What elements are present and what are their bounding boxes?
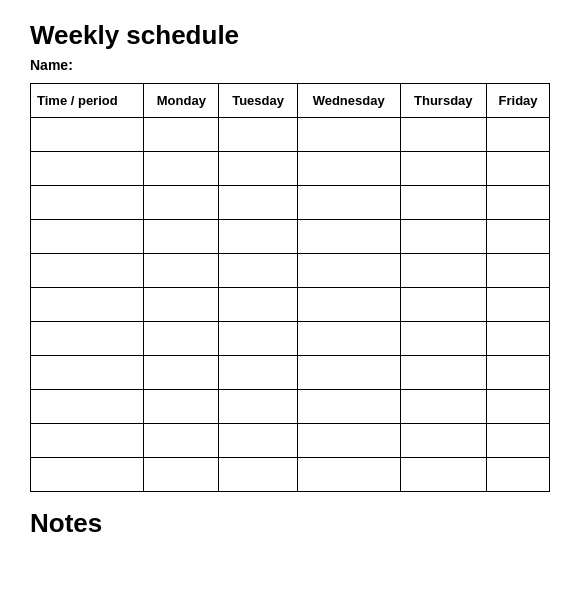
col-header-wednesday: Wednesday (297, 84, 400, 118)
col-header-friday: Friday (487, 84, 550, 118)
table-cell[interactable] (487, 152, 550, 186)
table-cell[interactable] (400, 118, 486, 152)
table-cell[interactable] (487, 118, 550, 152)
table-cell[interactable] (297, 220, 400, 254)
table-cell[interactable] (144, 390, 219, 424)
table-cell[interactable] (219, 424, 297, 458)
table-cell[interactable] (144, 152, 219, 186)
table-row[interactable] (31, 152, 550, 186)
table-cell[interactable] (487, 458, 550, 492)
table-cell[interactable] (31, 186, 144, 220)
table-cell[interactable] (31, 220, 144, 254)
table-cell[interactable] (219, 254, 297, 288)
table-cell[interactable] (400, 220, 486, 254)
table-cell[interactable] (297, 288, 400, 322)
table-cell[interactable] (487, 254, 550, 288)
table-cell[interactable] (219, 458, 297, 492)
table-cell[interactable] (144, 458, 219, 492)
table-cell[interactable] (487, 288, 550, 322)
table-row[interactable] (31, 390, 550, 424)
table-cell[interactable] (297, 254, 400, 288)
col-header-monday: Monday (144, 84, 219, 118)
table-cell[interactable] (297, 390, 400, 424)
table-row[interactable] (31, 220, 550, 254)
page-title: Weekly schedule (30, 20, 550, 51)
table-cell[interactable] (219, 322, 297, 356)
table-cell[interactable] (31, 322, 144, 356)
table-cell[interactable] (487, 356, 550, 390)
table-row[interactable] (31, 186, 550, 220)
table-cell[interactable] (297, 356, 400, 390)
table-cell[interactable] (31, 424, 144, 458)
table-cell[interactable] (219, 118, 297, 152)
table-cell[interactable] (31, 152, 144, 186)
table-cell[interactable] (219, 288, 297, 322)
notes-title: Notes (30, 508, 550, 539)
table-row[interactable] (31, 118, 550, 152)
table-cell[interactable] (487, 390, 550, 424)
table-cell[interactable] (144, 254, 219, 288)
table-cell[interactable] (31, 458, 144, 492)
table-cell[interactable] (219, 220, 297, 254)
table-cell[interactable] (144, 118, 219, 152)
table-cell[interactable] (400, 186, 486, 220)
col-header-thursday: Thursday (400, 84, 486, 118)
table-row[interactable] (31, 458, 550, 492)
table-cell[interactable] (487, 220, 550, 254)
col-header-tuesday: Tuesday (219, 84, 297, 118)
table-cell[interactable] (487, 424, 550, 458)
table-cell[interactable] (31, 390, 144, 424)
table-cell[interactable] (400, 288, 486, 322)
table-cell[interactable] (219, 186, 297, 220)
table-cell[interactable] (400, 356, 486, 390)
table-cell[interactable] (400, 390, 486, 424)
table-row[interactable] (31, 424, 550, 458)
table-cell[interactable] (297, 322, 400, 356)
table-cell[interactable] (31, 356, 144, 390)
table-row[interactable] (31, 254, 550, 288)
table-cell[interactable] (400, 254, 486, 288)
table-cell[interactable] (297, 186, 400, 220)
table-cell[interactable] (297, 458, 400, 492)
table-cell[interactable] (219, 152, 297, 186)
table-cell[interactable] (144, 288, 219, 322)
table-cell[interactable] (31, 254, 144, 288)
table-cell[interactable] (400, 152, 486, 186)
table-cell[interactable] (400, 424, 486, 458)
table-cell[interactable] (487, 186, 550, 220)
table-cell[interactable] (144, 356, 219, 390)
table-cell[interactable] (144, 220, 219, 254)
table-row[interactable] (31, 288, 550, 322)
table-header-row: Time / period Monday Tuesday Wednesday T… (31, 84, 550, 118)
table-cell[interactable] (400, 322, 486, 356)
table-cell[interactable] (144, 322, 219, 356)
schedule-table: Time / period Monday Tuesday Wednesday T… (30, 83, 550, 492)
table-cell[interactable] (297, 152, 400, 186)
col-header-time: Time / period (31, 84, 144, 118)
table-cell[interactable] (487, 322, 550, 356)
table-row[interactable] (31, 322, 550, 356)
table-cell[interactable] (297, 118, 400, 152)
table-row[interactable] (31, 356, 550, 390)
table-cell[interactable] (219, 356, 297, 390)
table-cell[interactable] (31, 288, 144, 322)
table-cell[interactable] (219, 390, 297, 424)
table-cell[interactable] (400, 458, 486, 492)
name-label: Name: (30, 57, 550, 73)
table-cell[interactable] (144, 186, 219, 220)
table-cell[interactable] (31, 118, 144, 152)
table-cell[interactable] (144, 424, 219, 458)
table-cell[interactable] (297, 424, 400, 458)
